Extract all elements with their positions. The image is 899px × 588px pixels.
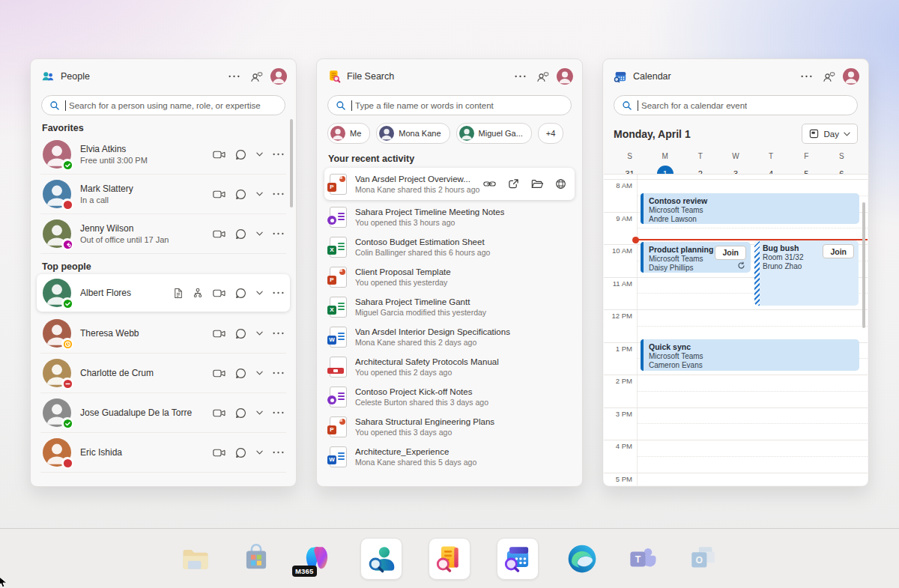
chat-icon[interactable] [235,407,246,419]
file-row[interactable]: Sahara Project Timeline Meeting NotesYou… [324,202,575,232]
calendar-search-input[interactable]: Search for a calendar event [614,95,858,115]
more-options-icon[interactable] [273,411,284,414]
more-options-icon[interactable] [273,193,284,196]
chevron-down-icon[interactable] [256,291,263,295]
more-options-icon[interactable] [273,291,284,294]
file-row[interactable]: PSahara Structural Engineering PlansYou … [324,412,575,442]
outlook-icon[interactable]: O [686,542,721,576]
chat-icon[interactable] [235,328,246,339]
video-call-icon[interactable] [213,329,225,339]
person-filter-chip[interactable]: +4 [538,123,564,144]
view-selector-button[interactable]: Day [802,124,858,144]
calendar-search-app-icon[interactable] [497,538,539,580]
file-row[interactable]: PClient Proposal TemplateYou opened this… [324,262,575,292]
file-info: Sahara Project Timeline Meeting NotesYou… [355,207,504,227]
person-row[interactable]: Jenny WilsonOut of office until 17 Jan [40,214,286,254]
weekday-letter: M [647,150,682,163]
chevron-down-icon[interactable] [256,331,263,336]
more-options-icon[interactable] [273,232,284,235]
person-row[interactable]: Charlotte de Crum [40,354,286,393]
file-row[interactable]: Contoso Project Kick-off NotesCeleste Bu… [324,382,575,412]
document-icon[interactable] [174,288,183,299]
people-search-input[interactable]: Search for a person using name, role, or… [41,95,285,115]
people-scrollbar[interactable] [290,119,293,207]
calendar-event[interactable]: Quick syncMicrosoft TeamsCameron Evans [641,339,859,371]
person-filter-chip[interactable]: Me [327,123,370,144]
more-options-icon[interactable] [273,153,284,156]
person-row[interactable]: Jose Guadalupe De la Torre [40,393,286,433]
join-button[interactable]: Join [715,246,746,260]
chat-icon[interactable] [235,149,246,160]
person-row[interactable]: Theresa Webb [40,314,286,354]
chevron-down-icon[interactable] [256,450,263,455]
video-call-icon[interactable] [213,369,225,378]
more-options-icon[interactable] [273,451,284,454]
chevron-down-icon[interactable] [256,371,263,375]
recent-files-list: PVan Arsdel Project Overview...Mona Kane… [317,168,582,472]
video-call-icon[interactable] [213,288,225,298]
video-call-icon[interactable] [213,448,225,458]
calendar-event[interactable]: Bug bushRoom 31/32Bruno ZhaoJoin [754,240,859,306]
microsoft-store-icon[interactable] [239,542,273,576]
file-row[interactable]: XSahara Project Timeline GanttMiguel Gar… [324,292,575,322]
more-options-icon[interactable] [225,70,242,83]
file-search-app-icon[interactable] [429,538,470,580]
chat-icon[interactable] [235,447,246,458]
file-row[interactable]: XContoso Budget Estimation SheetColin Ba… [324,232,575,262]
people-widget: People Search for a person using name, r… [30,58,297,487]
more-options-icon[interactable] [273,372,284,375]
chat-icon[interactable] [235,368,246,379]
panel-title: File Search [347,71,394,82]
calendar-scrollbar[interactable] [862,202,865,328]
feedback-icon[interactable] [248,70,264,83]
people-search-app-icon[interactable] [360,538,402,580]
open-in-browser-icon[interactable] [555,178,566,190]
feedback-icon[interactable] [534,70,551,83]
feedback-icon[interactable] [820,70,837,83]
video-call-icon[interactable] [213,150,225,160]
more-options-icon[interactable] [512,70,528,83]
video-call-icon[interactable] [213,190,225,199]
m365-copilot-icon[interactable]: M365 [300,542,334,576]
calendar-event[interactable]: Contoso reviewMicrosoft TeamsAndre Lawso… [641,193,859,224]
file-explorer-icon[interactable] [178,542,213,576]
more-options-icon[interactable] [273,332,284,335]
org-chart-icon[interactable] [193,288,203,298]
join-button[interactable]: Join [823,244,854,258]
more-options-icon[interactable] [798,70,814,83]
person-filter-chip[interactable]: Miguel Ga... [456,123,532,144]
video-call-icon[interactable] [213,229,225,239]
weekday-letter: F [789,150,824,163]
chat-icon[interactable] [235,288,246,299]
file-search-input[interactable]: Type a file name or words in content [327,95,572,115]
account-avatar[interactable] [270,68,287,85]
file-info: Architecture_ExperienceMona Kane shared … [355,447,476,467]
edge-icon[interactable] [565,542,599,576]
hour-line [604,407,868,408]
person-row[interactable]: Albert Flores [37,274,290,312]
person-row[interactable]: Eric Ishida [40,433,286,473]
person-filter-chip[interactable]: Mona Kane [376,123,450,144]
half-hour-line [638,326,868,327]
copy-link-icon[interactable] [483,178,496,190]
person-row[interactable]: Elvia AtkinsFree until 3:00 PM [40,135,286,175]
contact-avatar [43,438,71,467]
chevron-down-icon[interactable] [256,231,263,236]
chevron-down-icon[interactable] [256,192,263,196]
file-row[interactable]: WVan Arsdel Interior Design Specificatio… [324,322,575,352]
chevron-down-icon[interactable] [256,152,263,157]
video-call-icon[interactable] [213,408,225,418]
file-row[interactable]: PVan Arsdel Project Overview...Mona Kane… [324,168,575,200]
chat-icon[interactable] [235,228,246,240]
chat-icon[interactable] [235,189,246,200]
open-folder-icon[interactable] [531,178,543,190]
file-row[interactable]: WArchitecture_ExperienceMona Kane shared… [324,442,575,472]
account-avatar[interactable] [843,68,859,85]
file-row[interactable]: Architectural Safety Protocols ManualYou… [324,352,575,382]
share-icon[interactable] [508,178,519,190]
chevron-down-icon[interactable] [256,410,263,415]
calendar-event[interactable]: Product planningMicrosoft TeamsDaisy Phi… [641,242,751,273]
person-row[interactable]: Mark SlatteryIn a call [40,175,286,214]
account-avatar[interactable] [557,68,573,85]
teams-icon[interactable]: T [626,542,660,576]
